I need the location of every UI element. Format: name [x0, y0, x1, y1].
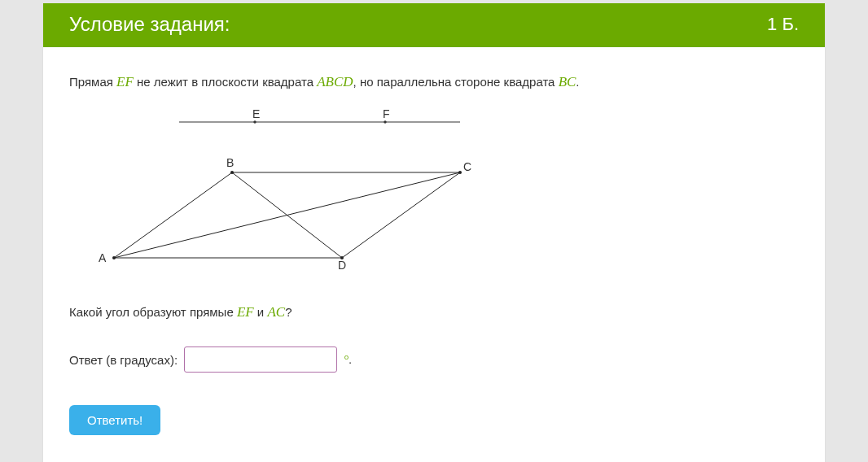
label-e: E: [252, 107, 260, 120]
label-c: C: [463, 160, 471, 173]
task-container: Условие задания: 1 Б. Прямая EF не лежит…: [43, 3, 825, 462]
math-var-ef2: EF: [237, 304, 254, 320]
text-segment: Какой угол образуют прямые: [69, 305, 237, 319]
svg-line-8: [232, 172, 342, 258]
text-segment: не лежит в плоскости квадрата: [134, 75, 317, 89]
answer-row: Ответ (в градусах): °.: [69, 346, 799, 373]
question-text: Какой угол образуют прямые EF и AC?: [69, 302, 799, 323]
answer-label: Ответ (в градусах):: [69, 353, 178, 367]
svg-line-5: [114, 172, 232, 258]
svg-point-10: [458, 171, 462, 174]
svg-point-11: [112, 256, 116, 259]
geometry-figure: E F B C A D: [94, 107, 799, 272]
answer-input[interactable]: [184, 346, 337, 373]
problem-statement: Прямая EF не лежит в плоскости квадрата …: [69, 72, 799, 93]
math-var-ef: EF: [116, 74, 134, 89]
task-content: Прямая EF не лежит в плоскости квадрата …: [43, 47, 825, 462]
task-title: Условие задания:: [69, 13, 230, 36]
label-a: A: [99, 251, 107, 264]
svg-point-9: [230, 171, 234, 174]
task-header: Условие задания: 1 Б.: [43, 3, 825, 47]
label-b: B: [226, 156, 234, 169]
svg-point-1: [253, 120, 256, 123]
task-score: 1 Б.: [767, 14, 799, 35]
label-f: F: [383, 107, 390, 120]
text-segment: .: [576, 75, 579, 89]
label-d: D: [338, 259, 346, 270]
text-segment: ?: [285, 305, 292, 319]
text-segment: , но параллельна стороне квадрата: [353, 75, 559, 89]
svg-point-2: [384, 120, 386, 123]
text-segment: и: [254, 305, 268, 319]
period: .: [349, 352, 352, 366]
math-var-abcd: ABCD: [317, 74, 353, 89]
figure-svg: E F B C A D: [94, 107, 493, 270]
math-var-ac: AC: [267, 304, 285, 320]
math-var-bc: BC: [559, 74, 576, 89]
text-segment: Прямая: [69, 75, 116, 89]
submit-button-label: Ответить!: [87, 413, 142, 427]
degree-unit: °.: [344, 352, 352, 367]
svg-line-6: [342, 172, 460, 258]
submit-button[interactable]: Ответить!: [69, 405, 160, 435]
